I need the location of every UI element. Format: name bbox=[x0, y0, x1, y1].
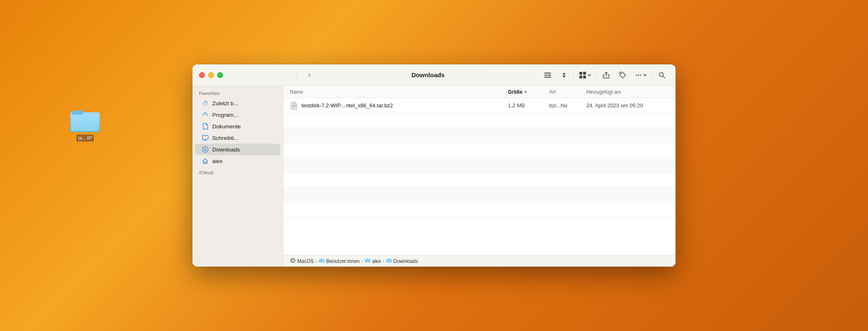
empty-row-7 bbox=[283, 202, 676, 217]
documents-label: Dokumente bbox=[212, 123, 241, 130]
tag-button[interactable] bbox=[616, 69, 630, 81]
share-icon bbox=[602, 71, 610, 79]
table-row[interactable]: testdisk-7.2-WIP....ntel_x86_64.tar.bz2 … bbox=[283, 98, 676, 113]
back-button[interactable]: ‹ bbox=[290, 69, 302, 81]
share-button[interactable] bbox=[599, 69, 613, 81]
svg-rect-11 bbox=[579, 76, 582, 78]
search-button[interactable] bbox=[655, 69, 669, 81]
minimize-button[interactable] bbox=[208, 72, 214, 78]
file-size-cell: 1,2 MB bbox=[508, 102, 549, 109]
sidebar-item-desktop[interactable]: Schreibti... bbox=[195, 132, 280, 144]
empty-row-1 bbox=[283, 113, 676, 128]
grid-view-button[interactable] bbox=[576, 69, 594, 81]
svg-rect-21 bbox=[292, 105, 296, 106]
file-date-cell: 24. April 2023 um 05:20 bbox=[586, 102, 669, 109]
breadcrumb-benutzer[interactable]: Benutzer:innen bbox=[319, 258, 360, 264]
recents-icon: ⏱ bbox=[202, 99, 209, 107]
col-size-header[interactable]: Größe ∨ bbox=[508, 89, 549, 95]
breadcrumb: MacOS › Benutzer:innen › bbox=[290, 258, 418, 265]
status-bar: MacOS › Benutzer:innen › bbox=[283, 255, 676, 267]
sidebar-title-area bbox=[192, 72, 283, 78]
icloud-section-label: iCloud bbox=[192, 170, 283, 175]
col-date-header[interactable]: Hinzugefügt am bbox=[586, 89, 669, 95]
svg-rect-4 bbox=[72, 111, 83, 115]
breadcrumb-alex[interactable]: alex bbox=[365, 258, 381, 264]
grid-icon bbox=[579, 71, 586, 79]
more-button[interactable] bbox=[632, 69, 650, 81]
sidebar-item-downloads[interactable]: Downloads bbox=[195, 144, 280, 155]
toolbar-divider-1 bbox=[574, 71, 574, 79]
col-name-header[interactable]: Name bbox=[290, 89, 508, 95]
downloads-icon bbox=[202, 146, 209, 153]
folder-icon bbox=[70, 107, 100, 132]
favorites-section-label: Favoriten bbox=[192, 91, 283, 96]
macos-icon bbox=[290, 258, 296, 265]
svg-rect-12 bbox=[583, 76, 586, 78]
file-name-text: testdisk-7.2-WIP....ntel_x86_64.tar.bz2 bbox=[301, 102, 393, 109]
desktop-sidebar-label: Schreibti... bbox=[212, 135, 239, 141]
sidebar-item-recents[interactable]: ⏱ Zuletzt b... bbox=[195, 97, 280, 109]
downloads-label: Downloads bbox=[212, 147, 240, 153]
svg-rect-9 bbox=[579, 72, 582, 75]
empty-row-2 bbox=[283, 128, 676, 143]
applications-label: Program... bbox=[212, 112, 238, 118]
documents-icon bbox=[202, 123, 209, 130]
benutzer-folder-icon bbox=[319, 258, 325, 264]
maximize-button[interactable] bbox=[217, 72, 223, 78]
empty-row-4 bbox=[283, 158, 676, 173]
svg-rect-8 bbox=[550, 72, 550, 78]
empty-row-6 bbox=[283, 187, 676, 202]
svg-rect-22 bbox=[292, 106, 295, 107]
chevron-down-small-icon bbox=[643, 73, 647, 77]
empty-rows bbox=[283, 113, 676, 255]
nav-buttons: ‹ › bbox=[290, 69, 315, 81]
svg-point-14 bbox=[636, 74, 637, 76]
desktop-sidebar-icon bbox=[202, 134, 209, 142]
content-area: Favoriten ⏱ Zuletzt b... Program... bbox=[192, 86, 676, 267]
home-icon bbox=[202, 157, 209, 165]
forward-button[interactable]: › bbox=[303, 69, 315, 81]
svg-point-25 bbox=[292, 260, 294, 261]
window-title: Downloads bbox=[319, 71, 537, 78]
svg-point-15 bbox=[638, 74, 639, 76]
svg-rect-3 bbox=[71, 114, 99, 131]
col-kind-header[interactable]: Art bbox=[549, 89, 586, 95]
svg-rect-20 bbox=[204, 162, 206, 163]
breadcrumb-sep-2: › bbox=[361, 258, 363, 264]
sort-icon bbox=[561, 72, 567, 78]
breadcrumb-alex-label: alex bbox=[372, 258, 381, 264]
finder-window: ‹ › Downloads bbox=[192, 64, 676, 267]
empty-row-3 bbox=[283, 143, 676, 158]
close-button[interactable] bbox=[199, 72, 205, 78]
sidebar-item-applications[interactable]: Program... bbox=[195, 109, 280, 121]
breadcrumb-downloads[interactable]: Downloads bbox=[386, 258, 418, 264]
breadcrumb-macos[interactable]: MacOS bbox=[290, 258, 314, 265]
breadcrumb-downloads-label: Downloads bbox=[394, 258, 418, 264]
tag-icon bbox=[619, 71, 626, 79]
downloads-folder-icon bbox=[386, 258, 392, 264]
file-name-cell: testdisk-7.2-WIP....ntel_x86_64.tar.bz2 bbox=[290, 102, 508, 110]
svg-point-13 bbox=[621, 73, 622, 74]
file-area: Name Größe ∨ Art Hinzugefügt am bbox=[283, 86, 676, 267]
column-header: Name Größe ∨ Art Hinzugefügt am bbox=[283, 86, 676, 98]
traffic-lights bbox=[199, 72, 223, 78]
chevron-down-icon bbox=[587, 73, 591, 77]
file-type-icon bbox=[290, 102, 298, 110]
list-icon bbox=[544, 71, 551, 79]
toolbar-divider-2 bbox=[596, 71, 597, 79]
desktop-folder[interactable]: te...IP bbox=[70, 107, 100, 142]
sort-button[interactable] bbox=[557, 69, 571, 81]
svg-point-16 bbox=[640, 74, 641, 76]
list-view-button[interactable] bbox=[541, 69, 555, 81]
breadcrumb-sep-3: › bbox=[383, 258, 384, 264]
title-bar: ‹ › Downloads bbox=[192, 64, 676, 86]
sidebar-item-home[interactable]: alex bbox=[195, 155, 280, 167]
breadcrumb-macos-label: MacOS bbox=[297, 258, 314, 264]
applications-icon bbox=[202, 111, 209, 118]
home-label: alex bbox=[212, 158, 223, 164]
desktop-folder-label: te...IP bbox=[76, 135, 94, 142]
alex-folder-icon bbox=[365, 258, 370, 264]
breadcrumb-sep-1: › bbox=[315, 258, 317, 264]
sidebar-item-documents[interactable]: Dokumente bbox=[195, 121, 280, 132]
search-icon bbox=[658, 71, 666, 79]
